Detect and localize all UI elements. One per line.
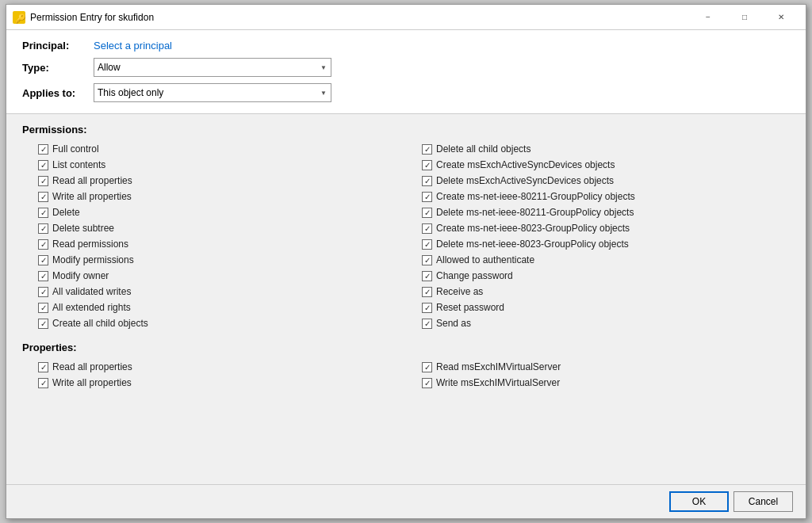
check-label: Write all properties: [52, 191, 132, 202]
check-label: Reset password: [436, 302, 504, 313]
check-label: Modify permissions: [52, 254, 134, 265]
check-label: Create ms-net-ieee-80211-GroupPolicy obj…: [436, 191, 635, 202]
check-item: All validated writes: [38, 284, 406, 299]
check-label: Delete: [52, 207, 80, 218]
check-item: Create msExchActiveSyncDevices objects: [422, 158, 790, 172]
check-label: Allowed to authenticate: [436, 254, 534, 265]
applies-label: Applies to:: [22, 87, 94, 99]
check-item: Read permissions: [38, 237, 406, 251]
checkbox[interactable]: [38, 271, 48, 281]
permissions-grid: Full controlDelete all child objectsList…: [38, 142, 790, 330]
check-label: Send as: [436, 318, 471, 329]
check-label: Write msExchIMVirtualServer: [436, 377, 560, 388]
checkbox[interactable]: [38, 255, 48, 265]
check-item: Receive as: [422, 284, 790, 299]
checkbox[interactable]: [422, 378, 432, 388]
properties-grid: Read all propertiesRead msExchIMVirtualS…: [38, 360, 790, 390]
check-label: Write all properties: [52, 377, 132, 388]
checkbox[interactable]: [422, 362, 432, 372]
check-label: Full control: [52, 143, 99, 155]
checkbox[interactable]: [422, 192, 432, 202]
check-item: Delete ms-net-ieee-80211-GroupPolicy obj…: [422, 205, 790, 220]
title-bar: 🔑 Permission Entry for skufidon − □ ✕: [6, 5, 806, 30]
type-row: Type: Allow Deny: [22, 58, 790, 77]
title-bar-left: 🔑 Permission Entry for skufidon: [13, 11, 154, 24]
check-item: Write all properties: [38, 189, 406, 204]
applies-select[interactable]: This object only This object and all des…: [94, 83, 331, 102]
check-item: Read msExchIMVirtualServer: [422, 360, 790, 374]
check-item: List contents: [38, 158, 406, 172]
permissions-title: Permissions:: [22, 124, 790, 136]
checkbox[interactable]: [422, 144, 432, 155]
checkbox[interactable]: [38, 239, 48, 250]
check-label: Receive as: [436, 286, 483, 297]
checkbox[interactable]: [38, 303, 48, 313]
checkbox[interactable]: [38, 160, 48, 170]
checkbox[interactable]: [422, 208, 432, 218]
checkbox[interactable]: [38, 223, 48, 234]
check-item: Create ms-net-ieee-80211-GroupPolicy obj…: [422, 189, 790, 204]
checkbox[interactable]: [38, 362, 48, 372]
checkbox[interactable]: [38, 144, 48, 155]
checkbox[interactable]: [38, 319, 48, 329]
dialog-window: 🔑 Permission Entry for skufidon − □ ✕ Pr…: [6, 4, 806, 519]
check-item: Modify owner: [38, 269, 406, 283]
svg-text:🔑: 🔑: [15, 13, 25, 24]
dialog-body: Principal: Select a principal Type: Allo…: [6, 30, 806, 518]
check-label: Create msExchActiveSyncDevices objects: [436, 159, 615, 170]
check-item: Send as: [422, 316, 790, 330]
checkbox[interactable]: [38, 208, 48, 218]
check-label: Read permissions: [52, 239, 128, 250]
principal-label: Principal:: [22, 40, 94, 52]
check-item: Read all properties: [38, 174, 406, 188]
checkbox[interactable]: [422, 255, 432, 265]
checkbox[interactable]: [422, 176, 432, 186]
checkbox[interactable]: [38, 378, 48, 388]
check-label: Delete msExchActiveSyncDevices objects: [436, 175, 614, 186]
applies-row: Applies to: This object only This object…: [22, 83, 790, 102]
check-label: Modify owner: [52, 270, 109, 281]
select-principal-link[interactable]: Select a principal: [94, 40, 172, 52]
checkbox[interactable]: [422, 223, 432, 234]
check-label: Read all properties: [52, 175, 132, 186]
check-label: Delete ms-net-ieee-8023-GroupPolicy obje…: [436, 239, 629, 250]
check-label: All validated writes: [52, 286, 131, 297]
ok-button[interactable]: OK: [669, 491, 729, 512]
checkbox[interactable]: [422, 319, 432, 329]
checkbox[interactable]: [422, 287, 432, 297]
check-item: Reset password: [422, 300, 790, 315]
check-item: All extended rights: [38, 300, 406, 315]
type-select-wrapper: Allow Deny: [94, 58, 331, 77]
checkbox[interactable]: [38, 287, 48, 297]
checkbox[interactable]: [38, 176, 48, 186]
check-label: Delete all child objects: [436, 143, 530, 155]
check-item: Delete subtree: [38, 221, 406, 235]
check-label: Create ms-net-ieee-8023-GroupPolicy obje…: [436, 223, 630, 234]
checkbox[interactable]: [38, 192, 48, 202]
check-item: Create ms-net-ieee-8023-GroupPolicy obje…: [422, 221, 790, 235]
maximize-button[interactable]: □: [726, 5, 763, 30]
close-button[interactable]: ✕: [763, 5, 799, 30]
principal-row: Principal: Select a principal: [22, 40, 790, 52]
check-item: Allowed to authenticate: [422, 253, 790, 267]
check-label: Read all properties: [52, 361, 132, 372]
properties-title: Properties:: [22, 342, 790, 353]
main-section: Permissions: Full controlDelete all chil…: [6, 114, 806, 484]
check-item: Delete all child objects: [422, 142, 790, 156]
check-item: Delete: [38, 205, 406, 220]
type-select[interactable]: Allow Deny: [94, 58, 331, 77]
title-controls: − □ ✕: [690, 5, 799, 30]
cancel-button[interactable]: Cancel: [733, 491, 793, 512]
checkbox[interactable]: [422, 303, 432, 313]
top-section: Principal: Select a principal Type: Allo…: [6, 30, 806, 114]
checkbox[interactable]: [422, 160, 432, 170]
check-label: All extended rights: [52, 302, 131, 313]
check-label: Delete subtree: [52, 223, 114, 234]
type-label: Type:: [22, 62, 94, 74]
applies-select-wrapper: This object only This object and all des…: [94, 83, 331, 102]
minimize-button[interactable]: −: [690, 5, 726, 30]
checkbox[interactable]: [422, 271, 432, 281]
checkbox[interactable]: [422, 239, 432, 250]
footer: OK Cancel: [6, 484, 806, 518]
check-label: Read msExchIMVirtualServer: [436, 361, 561, 372]
